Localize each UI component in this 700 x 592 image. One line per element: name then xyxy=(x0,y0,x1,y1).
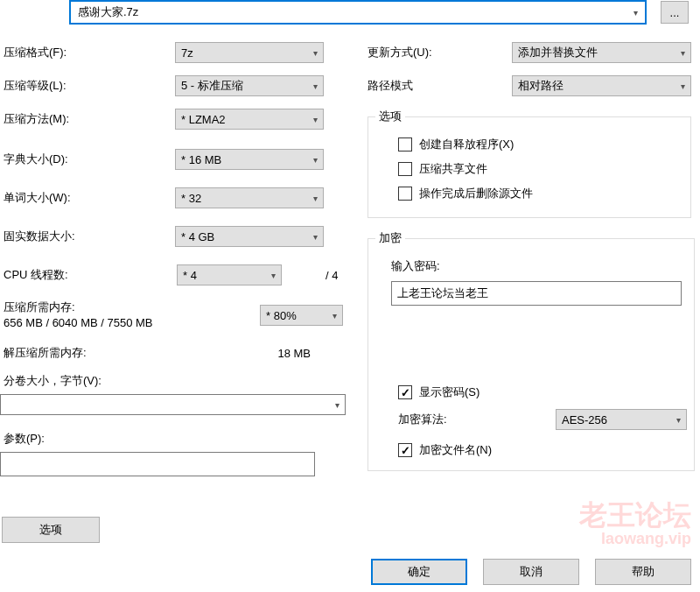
cancel-button[interactable]: 取消 xyxy=(483,559,579,585)
dict-label: 字典大小(D): xyxy=(0,152,175,167)
compress-mem-detail: 656 MB / 6040 MB / 7550 MB xyxy=(4,315,177,331)
chevron-down-icon: ▾ xyxy=(313,115,318,124)
chevron-down-icon: ▾ xyxy=(313,155,318,165)
method-label: 压缩方法(M): xyxy=(0,111,175,127)
help-button[interactable]: 帮助 xyxy=(595,559,691,585)
solid-combo[interactable]: * 4 GB ▾ xyxy=(175,226,324,247)
chevron-down-icon: ▾ xyxy=(681,81,685,91)
encrypt-fieldset: 加密 输入密码: 上老王论坛当老王 显示密码(S) 加密算法: AES-256 … xyxy=(368,230,695,471)
chevron-down-icon: ▾ xyxy=(634,8,638,18)
chevron-down-icon: ▾ xyxy=(332,311,337,321)
show-pwd-checkbox[interactable] xyxy=(398,385,412,399)
browse-button[interactable]: ... xyxy=(661,1,689,24)
compress-mem-label: 压缩所需内存: xyxy=(4,300,177,315)
options-legend: 选项 xyxy=(375,109,405,124)
delete-after-label: 操作完成后删除源文件 xyxy=(419,186,533,201)
level-combo[interactable]: 5 - 标准压缩 ▾ xyxy=(175,75,324,96)
enter-pwd-label: 输入密码: xyxy=(375,258,687,274)
path-combo[interactable]: 相对路径 ▾ xyxy=(512,75,691,96)
threads-max: / 4 xyxy=(326,269,338,282)
chevron-down-icon: ▾ xyxy=(313,48,318,58)
show-pwd-label: 显示密码(S) xyxy=(419,384,480,400)
dict-combo[interactable]: * 16 MB ▾ xyxy=(175,149,324,170)
chevron-down-icon: ▾ xyxy=(335,400,340,410)
options-button[interactable]: 选项 xyxy=(2,517,100,543)
chevron-down-icon: ▾ xyxy=(271,271,276,280)
delete-after-checkbox[interactable] xyxy=(398,187,412,201)
enc-method-label: 加密算法: xyxy=(398,412,556,427)
params-input[interactable] xyxy=(0,452,315,476)
archive-filename-combo[interactable]: 感谢大家.7z ▾ xyxy=(69,0,647,25)
path-label: 路径模式 xyxy=(368,78,512,94)
password-input[interactable]: 上老王论坛当老王 xyxy=(391,281,682,306)
params-label: 参数(P): xyxy=(0,431,175,447)
update-label: 更新方式(U): xyxy=(368,45,512,60)
decompress-mem-value: 18 MB xyxy=(175,347,311,360)
archive-filename-text: 感谢大家.7z xyxy=(78,4,138,20)
chevron-down-icon: ▾ xyxy=(313,81,318,91)
split-label: 分卷大小，字节(V): xyxy=(0,373,175,389)
threads-label: CPU 线程数: xyxy=(0,267,177,283)
shared-label: 压缩共享文件 xyxy=(419,161,487,177)
enc-method-combo[interactable]: AES-256 ▾ xyxy=(556,409,687,430)
ok-button[interactable]: 确定 xyxy=(371,559,467,585)
watermark: 老王论坛 laowang.vip xyxy=(579,500,691,548)
encrypt-legend: 加密 xyxy=(375,230,405,246)
chevron-down-icon: ▾ xyxy=(681,48,685,58)
chevron-down-icon: ▾ xyxy=(313,194,318,203)
chevron-down-icon: ▾ xyxy=(676,415,681,425)
split-combo[interactable]: ▾ xyxy=(0,394,346,415)
chevron-down-icon: ▾ xyxy=(313,232,318,242)
level-label: 压缩等级(L): xyxy=(0,78,175,94)
compress-mem-combo[interactable]: * 80% ▾ xyxy=(260,305,343,326)
decompress-mem-label: 解压缩所需内存: xyxy=(0,345,175,361)
format-combo[interactable]: 7z ▾ xyxy=(175,42,324,63)
format-label: 压缩格式(F): xyxy=(0,45,175,60)
sfx-label: 创建自释放程序(X) xyxy=(419,137,514,152)
update-combo[interactable]: 添加并替换文件 ▾ xyxy=(512,42,691,63)
solid-label: 固实数据大小: xyxy=(0,229,175,244)
shared-checkbox[interactable] xyxy=(398,162,412,176)
enc-names-label: 加密文件名(N) xyxy=(419,442,492,458)
word-combo[interactable]: * 32 ▾ xyxy=(175,187,324,208)
enc-names-checkbox[interactable] xyxy=(398,443,412,457)
sfx-checkbox[interactable] xyxy=(398,137,412,152)
threads-combo[interactable]: * 4 ▾ xyxy=(177,264,282,285)
word-label: 单词大小(W): xyxy=(0,190,175,206)
options-fieldset: 选项 创建自释放程序(X) 压缩共享文件 操作完成后删除源文件 xyxy=(368,109,691,218)
method-combo[interactable]: * LZMA2 ▾ xyxy=(175,109,324,130)
